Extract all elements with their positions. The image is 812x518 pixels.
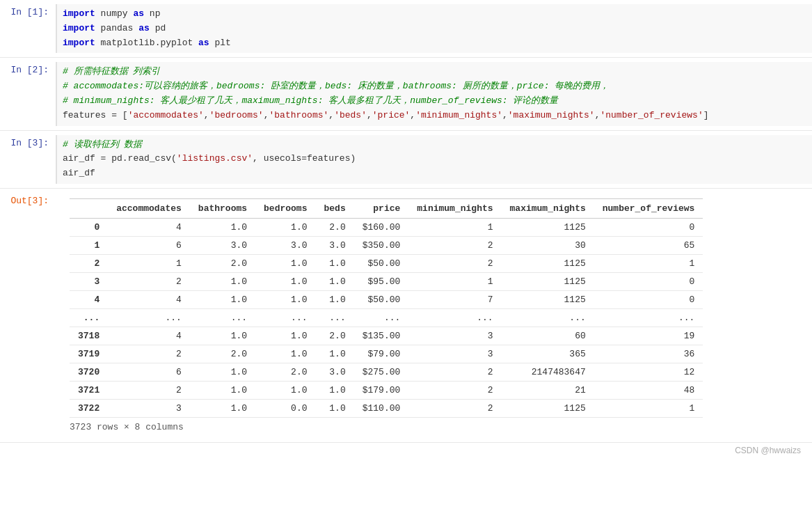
watermark: CSDN @hwwaizs bbox=[0, 443, 812, 458]
table-cell: 3.0 bbox=[190, 236, 255, 254]
table-cell: 4 bbox=[108, 327, 190, 345]
string: 'accommodates' bbox=[128, 110, 204, 120]
table-cell: $160.00 bbox=[354, 218, 409, 236]
table-row: 163.03.03.0$350.0023065 bbox=[70, 236, 703, 254]
table-cell: 2.0 bbox=[190, 345, 255, 363]
string: 'bedrooms' bbox=[209, 110, 264, 120]
cell-1-content: import numpy as np import pandas as pd i… bbox=[56, 4, 812, 53]
table-cell: 1.0 bbox=[255, 254, 315, 272]
table-cell: 3 bbox=[408, 327, 501, 345]
table-cell: 3721 bbox=[70, 381, 108, 399]
table-cell: 1.0 bbox=[190, 363, 255, 381]
table-cell: 36 bbox=[594, 345, 703, 363]
string: 'bathrooms' bbox=[269, 110, 328, 120]
keyword: import bbox=[63, 8, 95, 19]
col-accommodates: accommodates bbox=[108, 198, 190, 218]
table-cell: 1.0 bbox=[315, 345, 353, 363]
table-row: 371841.01.02.0$135.0036019 bbox=[70, 327, 703, 345]
cell-3: In [3]: # 读取特征列 数据 air_df = pd.read_csv(… bbox=[0, 131, 812, 189]
col-index bbox=[70, 198, 108, 218]
code-line: # 读取特征列 数据 bbox=[63, 138, 806, 152]
string: 'beds' bbox=[334, 110, 367, 120]
table-cell: 3 bbox=[108, 399, 190, 417]
table-cell: 365 bbox=[502, 345, 594, 363]
code-line: air_df bbox=[63, 166, 806, 181]
table-cell: 2.0 bbox=[315, 218, 353, 236]
col-maximum-nights: maximum_nights bbox=[502, 198, 594, 218]
keyword: import bbox=[63, 23, 95, 33]
table-cell: $135.00 bbox=[354, 327, 409, 345]
table-header-row: accommodates bathrooms bedrooms beds pri… bbox=[70, 198, 703, 218]
table-row: 041.01.02.0$160.00111250 bbox=[70, 218, 703, 236]
table-cell: 1 bbox=[70, 236, 108, 254]
table-cell: 3 bbox=[70, 272, 108, 290]
cell-output: Out[3]: accommodates bathrooms bedrooms … bbox=[0, 189, 812, 443]
row-summary: 3723 rows × 8 columns bbox=[70, 422, 806, 432]
table-cell: 1.0 bbox=[255, 345, 315, 363]
table-cell: 60 bbox=[502, 327, 594, 345]
table-cell: 48 bbox=[594, 381, 703, 399]
table-row: 371922.01.01.0$79.00336536 bbox=[70, 345, 703, 363]
table-cell: $179.00 bbox=[354, 381, 409, 399]
table-row: ........................... bbox=[70, 308, 703, 327]
table-cell: 1.0 bbox=[255, 272, 315, 290]
cell-3-prompt: In [3]: bbox=[0, 135, 56, 184]
table-cell: 1.0 bbox=[190, 399, 255, 417]
table-cell: 2.0 bbox=[255, 363, 315, 381]
table-cell: 3719 bbox=[70, 345, 108, 363]
table-cell: 1.0 bbox=[255, 290, 315, 308]
table-cell: 1.0 bbox=[315, 254, 353, 272]
output-area: accommodates bathrooms bedrooms beds pri… bbox=[56, 196, 806, 435]
table-cell: 1125 bbox=[502, 218, 594, 236]
table-cell: ... bbox=[354, 308, 409, 327]
string: 'price' bbox=[372, 110, 411, 120]
table-cell: 1125 bbox=[502, 399, 594, 417]
keyword-as: as bbox=[133, 8, 144, 19]
string: 'minimum_nights' bbox=[415, 110, 502, 120]
keyword: import bbox=[63, 38, 95, 48]
table-cell: 2.0 bbox=[190, 254, 255, 272]
table-row: 372121.01.01.0$179.0022148 bbox=[70, 381, 703, 399]
table-cell: 1.0 bbox=[190, 290, 255, 308]
table-cell: 1.0 bbox=[255, 381, 315, 399]
table-cell: 1.0 bbox=[190, 381, 255, 399]
col-minimum-nights: minimum_nights bbox=[408, 198, 501, 218]
table-cell: ... bbox=[190, 308, 255, 327]
table-cell: 3722 bbox=[70, 399, 108, 417]
table-cell: 21 bbox=[502, 381, 594, 399]
notebook: In [1]: import numpy as np import pandas… bbox=[0, 0, 812, 518]
comment: # minimum_nights: 客人最少租了几天，maximum_night… bbox=[63, 95, 558, 106]
table-cell: 2 bbox=[108, 345, 190, 363]
table-cell: $275.00 bbox=[354, 363, 409, 381]
table-cell: 3.0 bbox=[255, 236, 315, 254]
table-cell: 2 bbox=[408, 399, 501, 417]
col-beds: beds bbox=[315, 198, 353, 218]
table-cell: 2 bbox=[108, 272, 190, 290]
table-row: 372231.00.01.0$110.00211251 bbox=[70, 399, 703, 417]
table-cell: 2 bbox=[70, 254, 108, 272]
string: 'listings.csv' bbox=[177, 153, 253, 164]
table-cell: 3 bbox=[408, 345, 501, 363]
table-cell: 1 bbox=[594, 399, 703, 417]
table-cell: $110.00 bbox=[354, 399, 409, 417]
code-line: # 所需特征数据 列索引 bbox=[63, 65, 806, 79]
table-cell: 3718 bbox=[70, 327, 108, 345]
comment: # accommodates:可以容纳的旅客，bedrooms: 卧室的数量，b… bbox=[63, 81, 609, 91]
cell-1-prompt: In [1]: bbox=[0, 4, 56, 53]
table-cell: 65 bbox=[594, 236, 703, 254]
table-cell: 6 bbox=[108, 363, 190, 381]
table-cell: 1125 bbox=[502, 290, 594, 308]
comment: # 所需特征数据 列索引 bbox=[63, 66, 160, 77]
table-row: 441.01.01.0$50.00711250 bbox=[70, 290, 703, 308]
col-bedrooms: bedrooms bbox=[255, 198, 315, 218]
table-cell: 1.0 bbox=[255, 327, 315, 345]
string: 'number_of_reviews' bbox=[600, 110, 703, 120]
table-cell: $50.00 bbox=[354, 290, 409, 308]
table-cell: 3720 bbox=[70, 363, 108, 381]
table-cell: 1125 bbox=[502, 272, 594, 290]
code-line: # minimum_nights: 客人最少租了几天，maximum_night… bbox=[63, 94, 806, 109]
table-cell: 3.0 bbox=[315, 363, 353, 381]
table-cell: 2 bbox=[408, 254, 501, 272]
comment: # 读取特征列 数据 bbox=[63, 139, 142, 150]
table-cell: 0 bbox=[594, 290, 703, 308]
